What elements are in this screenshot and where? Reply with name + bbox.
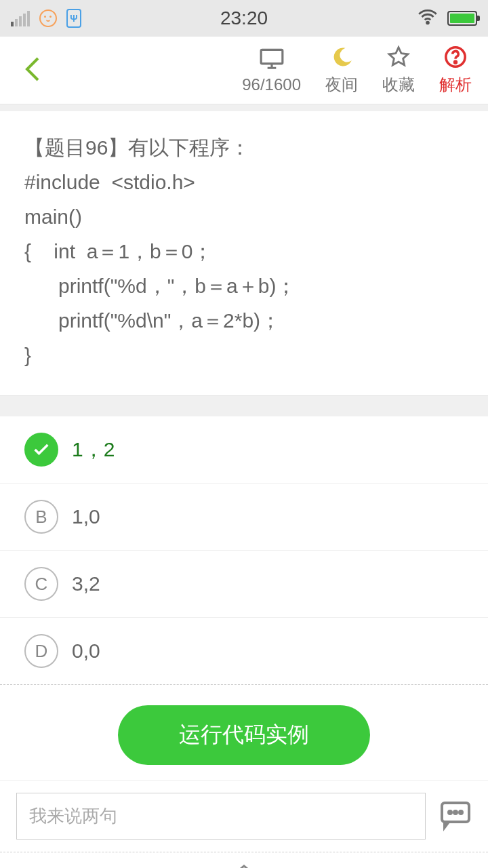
option-text: 1，2 <box>72 436 115 464</box>
option-letter: B <box>24 500 58 534</box>
option-b[interactable]: B 1,0 <box>0 484 488 551</box>
svg-point-6 <box>454 811 457 814</box>
face-icon <box>39 9 57 27</box>
question-block: 【题目96】有以下程序： #include <stdio.h> main() {… <box>0 111 488 396</box>
option-text: 3,2 <box>72 572 100 595</box>
usb-icon: Ψ <box>66 9 81 28</box>
comment-icon[interactable] <box>439 799 472 834</box>
status-left: Ψ <box>11 9 81 28</box>
wifi-icon <box>416 5 439 31</box>
help-icon <box>443 45 468 71</box>
night-mode-button[interactable]: 夜间 <box>325 45 358 96</box>
option-text: 0,0 <box>72 639 100 663</box>
run-code-button[interactable]: 运行代码实例 <box>118 705 370 765</box>
battery-icon <box>447 11 477 26</box>
option-c[interactable]: C 3,2 <box>0 551 488 618</box>
favorite-label: 收藏 <box>382 74 415 96</box>
comment-area: 我来说两句 <box>0 781 488 852</box>
option-text: 1,0 <box>72 505 100 528</box>
svg-rect-1 <box>261 50 283 64</box>
signal-icon <box>11 11 30 26</box>
question-title: 【题目96】有以下程序： <box>24 130 464 165</box>
progress-label: 96/1600 <box>242 75 301 94</box>
status-right <box>416 5 477 31</box>
svg-point-7 <box>460 811 462 814</box>
question-code: #include <stdio.h> main() { int a＝1，b＝0；… <box>24 165 464 372</box>
monitor-icon <box>259 47 285 73</box>
progress-indicator[interactable]: 96/1600 <box>242 47 301 94</box>
bottom-stats: 正确率：50.0 % 对：1次 错：1次 <box>0 852 488 868</box>
comment-input[interactable]: 我来说两句 <box>16 793 426 840</box>
analysis-label: 解析 <box>439 74 472 96</box>
svg-point-3 <box>455 61 457 63</box>
night-label: 夜间 <box>325 74 358 96</box>
moon-icon <box>329 45 354 71</box>
option-letter: D <box>24 634 58 668</box>
check-icon <box>24 433 58 467</box>
options-list: 1，2 B 1,0 C 3,2 D 0,0 <box>0 416 488 685</box>
option-d[interactable]: D 0,0 <box>0 618 488 685</box>
status-bar: Ψ 23:20 <box>0 0 488 37</box>
option-letter: C <box>24 567 58 601</box>
clock: 23:20 <box>220 7 268 29</box>
run-area: 运行代码实例 <box>0 685 488 781</box>
favorite-button[interactable]: 收藏 <box>382 45 415 96</box>
analysis-button[interactable]: 解析 <box>439 45 472 96</box>
svg-point-5 <box>449 811 451 814</box>
option-a[interactable]: 1，2 <box>0 416 488 484</box>
star-icon <box>386 45 411 71</box>
expand-up-button[interactable] <box>224 862 264 868</box>
back-button[interactable] <box>16 53 49 88</box>
svg-point-0 <box>427 22 429 24</box>
toolbar: 96/1600 夜间 收藏 解析 <box>0 37 488 104</box>
